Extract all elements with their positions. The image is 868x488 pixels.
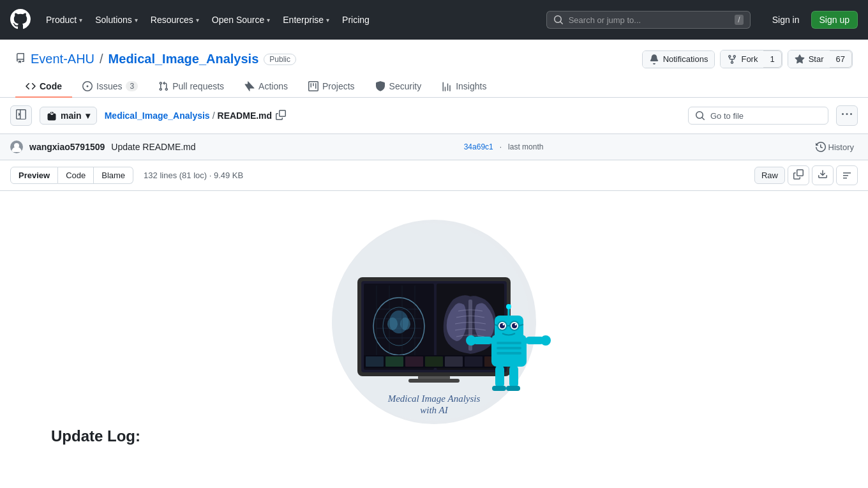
actions-icon [244, 81, 255, 91]
outline-button[interactable] [836, 165, 858, 185]
file-info: 132 lines (81 loc) · 9.49 KB [144, 171, 243, 180]
star-button[interactable]: Star [788, 50, 830, 68]
issues-count: 3 [126, 81, 138, 91]
tab-insights[interactable]: Insights [431, 76, 497, 98]
shield-icon [375, 81, 385, 91]
svg-rect-51 [506, 386, 520, 391]
blame-tab[interactable]: Blame [94, 167, 133, 184]
tab-security[interactable]: Security [365, 76, 432, 98]
go-to-file-placeholder: Go to file [710, 111, 744, 121]
svg-rect-27 [425, 356, 443, 367]
pr-icon [158, 81, 168, 91]
readme-hero-image: Medical Image Analysis with AI [294, 217, 574, 427]
chevron-down-icon: ▾ [79, 17, 82, 24]
go-to-file-search[interactable]: Go to file [688, 107, 828, 125]
nav-pricing[interactable]: Pricing [337, 11, 375, 29]
breadcrumb-repo-link[interactable]: Medical_Image_Analysis [105, 111, 210, 121]
copy-raw-button[interactable] [788, 165, 809, 185]
svg-text:with AI: with AI [420, 405, 448, 415]
nav-resources[interactable]: Resources ▾ [146, 11, 204, 29]
svg-point-38 [515, 324, 517, 326]
commit-author[interactable]: wangxiao5791509 [29, 142, 105, 152]
search-icon [553, 15, 564, 25]
repo-name-link[interactable]: Medical_Image_Analysis [108, 52, 259, 66]
nav-solutions[interactable]: Solutions ▾ [90, 11, 143, 29]
svg-rect-24 [366, 356, 384, 367]
tab-code[interactable]: Code [15, 76, 72, 98]
fork-button[interactable]: Fork [721, 50, 764, 68]
chevron-down-icon: ▾ [135, 17, 138, 24]
svg-rect-48 [495, 365, 504, 388]
svg-rect-25 [385, 356, 403, 367]
repo-owner-link[interactable]: Event-AHU [31, 52, 94, 66]
star-count[interactable]: 67 [830, 50, 852, 68]
file-content: Medical Image Analysis with AI Update Lo… [0, 191, 868, 471]
issue-icon [82, 81, 93, 91]
notifications-button[interactable]: Notifications [643, 51, 715, 68]
svg-rect-26 [405, 356, 423, 367]
star-icon [795, 54, 805, 65]
tab-insights-label: Insights [456, 81, 486, 91]
repo-actions: Notifications Fork 1 Sta [642, 50, 853, 68]
svg-point-47 [541, 335, 551, 346]
tab-actions[interactable]: Actions [234, 76, 298, 98]
update-log-heading: Update Log: [51, 427, 140, 445]
preview-tab[interactable]: Preview [10, 167, 58, 184]
chevron-down-icon: ▾ [196, 17, 199, 24]
tab-pullrequests[interactable]: Pull requests [148, 76, 234, 98]
code-icon [26, 81, 36, 91]
bell-icon [649, 54, 659, 65]
history-icon [816, 142, 826, 152]
avatar [10, 141, 23, 153]
tab-projects-label: Projects [322, 81, 355, 91]
svg-rect-53 [497, 347, 521, 349]
repo-icon [15, 53, 26, 66]
raw-button[interactable]: Raw [754, 167, 785, 184]
insights-icon [442, 81, 452, 91]
file-view-header: Preview Code Blame 132 lines (81 loc) · … [0, 160, 868, 191]
tab-actions-label: Actions [258, 81, 288, 91]
breadcrumb-file: README.md [218, 111, 273, 121]
tab-projects[interactable]: Projects [298, 76, 365, 98]
commit-timestamp: last month [508, 142, 543, 151]
fork-count[interactable]: 1 [763, 50, 781, 68]
auth-actions: Sign in Sign up [766, 11, 858, 29]
search-bar[interactable]: Search or jump to... / [546, 11, 751, 29]
tab-issues-label: Issues [96, 81, 122, 91]
copy-path-button[interactable] [274, 109, 287, 123]
tab-issues[interactable]: Issues 3 [72, 76, 148, 98]
commit-hash-link[interactable]: 34a69c1 [464, 142, 493, 151]
breadcrumb: Medical_Image_Analysis / README.md [105, 109, 287, 123]
nav-enterprise[interactable]: Enterprise ▾ [278, 11, 334, 29]
commit-actions: History [812, 141, 858, 153]
chevron-down-icon: ▾ [267, 17, 270, 24]
svg-rect-28 [445, 356, 463, 367]
sidebar-toggle-button[interactable] [10, 105, 32, 126]
nav-open-source[interactable]: Open Source ▾ [207, 11, 276, 29]
branch-icon [47, 111, 57, 121]
tab-pr-label: Pull requests [172, 81, 224, 91]
more-options-button[interactable] [836, 105, 858, 126]
nav-product[interactable]: Product ▾ [41, 11, 87, 29]
projects-icon [308, 81, 318, 91]
slash-badge: / [735, 15, 743, 25]
notifications-label: Notifications [663, 54, 708, 64]
file-browser-header: main ▾ Medical_Image_Analysis / README.m… [0, 98, 868, 134]
repo-header: Event-AHU / Medical_Image_Analysis Publi… [0, 40, 868, 98]
code-tab[interactable]: Code [58, 167, 94, 184]
download-button[interactable] [812, 165, 834, 185]
sign-up-button[interactable]: Sign up [811, 11, 858, 29]
repo-tabs: Code Issues 3 Pull requests Actions Pr [15, 76, 853, 97]
github-logo[interactable] [10, 9, 31, 31]
history-label: History [828, 142, 854, 152]
svg-point-43 [506, 304, 511, 309]
repo-title-row: Event-AHU / Medical_Image_Analysis Publi… [15, 50, 853, 68]
nav-items: Product ▾ Solutions ▾ Resources ▾ Open S… [41, 11, 375, 29]
tab-code-label: Code [40, 81, 62, 91]
branch-selector[interactable]: main ▾ [40, 107, 97, 125]
svg-point-46 [466, 335, 476, 346]
svg-rect-29 [465, 356, 483, 367]
sign-in-button[interactable]: Sign in [766, 11, 806, 28]
history-link[interactable]: History [812, 141, 858, 153]
search-icon [695, 111, 705, 121]
